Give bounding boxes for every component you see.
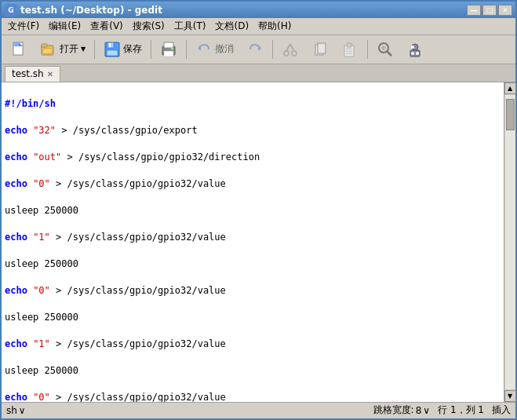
insert-mode: 插入	[492, 404, 511, 417]
language-dropdown-icon[interactable]: ∨	[19, 405, 26, 416]
open-label: 打开	[60, 42, 78, 56]
tab-close-button[interactable]: ✕	[47, 70, 53, 79]
print-icon	[160, 41, 177, 58]
svg-line-17	[290, 44, 294, 51]
open-icon	[40, 41, 57, 58]
tab-filename: test.sh	[12, 68, 44, 79]
paste-icon	[341, 41, 359, 58]
tools-icon	[406, 41, 424, 58]
find-icon	[377, 41, 394, 58]
code-line-1: #!/bin/sh	[5, 97, 501, 111]
svg-rect-11	[171, 48, 173, 49]
vertical-scrollbar[interactable]: ▲ ▼	[504, 82, 515, 402]
new-button[interactable]	[5, 38, 33, 61]
svg-point-15	[292, 51, 297, 56]
scroll-down-button[interactable]: ▼	[504, 390, 516, 402]
editor-area: #!/bin/sh echo "32" > /sys/class/gpio/ex…	[2, 82, 515, 402]
window-frame: G test.sh (~/Desktop) - gedit — □ ✕ 文件(F…	[0, 0, 517, 420]
code-line-3: echo "out" > /sys/class/gpio/gpio32/dire…	[5, 151, 501, 164]
new-icon	[10, 41, 27, 58]
copy-button[interactable]	[306, 38, 334, 61]
scroll-thumb[interactable]	[506, 99, 515, 130]
save-label: 保存	[123, 42, 142, 56]
toolbar-sep-3	[186, 40, 187, 59]
svg-rect-10	[164, 51, 173, 57]
title-bar: G test.sh (~/Desktop) - gedit — □ ✕	[2, 2, 515, 18]
code-line-12: echo "0" > /sys/class/gpio/gpio32/value	[5, 391, 501, 402]
maximize-button[interactable]: □	[482, 5, 497, 16]
svg-rect-6	[107, 50, 118, 56]
svg-point-30	[411, 46, 414, 49]
find-button[interactable]	[371, 38, 399, 61]
menu-file[interactable]: 文件(F)	[3, 18, 44, 35]
app-icon: G	[5, 4, 17, 16]
svg-point-33	[416, 52, 419, 55]
menu-search[interactable]: 搜索(S)	[128, 18, 169, 35]
menu-tools[interactable]: 工具(T)	[169, 18, 211, 35]
undo-icon	[195, 41, 213, 58]
code-editor[interactable]: #!/bin/sh echo "32" > /sys/class/gpio/ex…	[2, 82, 504, 402]
redo-icon	[246, 41, 264, 58]
window-title: test.sh (~/Desktop) - gedit	[20, 5, 162, 16]
menu-bar: 文件(F) 编辑(E) 查看(V) 搜索(S) 工具(T) 文档(D) 帮助(H…	[2, 18, 515, 35]
code-line-11: usleep 250000	[5, 364, 501, 378]
svg-line-26	[387, 51, 391, 56]
scroll-track[interactable]	[505, 95, 515, 389]
redo-button[interactable]	[241, 38, 269, 61]
language-selector[interactable]: sh ∨	[6, 405, 26, 416]
menu-view[interactable]: 查看(V)	[86, 18, 128, 35]
status-bar: sh ∨ 跳格宽度: 8 ∨ 行 1，列 1 插入	[2, 402, 515, 418]
code-line-10: echo "1" > /sys/class/gpio/gpio32/value	[5, 338, 501, 351]
code-line-7: usleep 250000	[5, 257, 501, 271]
svg-rect-1	[13, 42, 19, 46]
toolbar-sep-1	[94, 40, 95, 59]
svg-point-14	[284, 51, 289, 56]
svg-point-32	[411, 52, 414, 55]
close-button[interactable]: ✕	[498, 5, 512, 16]
svg-rect-21	[347, 43, 351, 47]
toolbar-sep-4	[272, 40, 273, 59]
language-label: sh	[6, 405, 17, 416]
window-controls[interactable]: — □ ✕	[467, 5, 512, 16]
menu-documents[interactable]: 文档(D)	[210, 18, 253, 35]
menu-help[interactable]: 帮助(H)	[253, 18, 296, 35]
open-button[interactable]: 打开 ▼	[35, 38, 91, 61]
toolbar-sep-2	[151, 40, 151, 59]
menu-edit[interactable]: 编辑(E)	[44, 18, 86, 35]
svg-rect-7	[109, 43, 111, 47]
title-bar-left: G test.sh (~/Desktop) - gedit	[5, 4, 162, 16]
print-button[interactable]	[155, 38, 183, 61]
undo-button[interactable]: 撤消	[190, 38, 239, 61]
code-line-6: echo "1" > /sys/class/gpio/gpio32/value	[5, 231, 501, 244]
svg-line-16	[286, 44, 290, 51]
cut-button[interactable]	[276, 38, 304, 61]
tab-width-value: 8	[416, 405, 422, 416]
code-line-8: echo "0" > /sys/class/gpio/gpio32/value	[5, 284, 501, 298]
status-right: 跳格宽度: 8 ∨ 行 1，列 1 插入	[373, 404, 511, 417]
minimize-button[interactable]: —	[467, 5, 481, 16]
svg-rect-9	[164, 42, 173, 48]
toolbar-sep-5	[367, 40, 368, 59]
tab-width-label: 跳格宽度:	[373, 404, 414, 417]
open-dropdown-icon[interactable]: ▼	[81, 46, 86, 53]
save-icon	[104, 41, 121, 58]
toolbar: 打开 ▼ 保存	[2, 35, 515, 64]
copy-icon	[311, 41, 329, 58]
svg-rect-3	[42, 44, 47, 47]
paste-button[interactable]	[336, 38, 364, 61]
tab-width-selector[interactable]: 跳格宽度: 8 ∨	[373, 404, 430, 417]
code-line-2: echo "32" > /sys/class/gpio/export	[5, 124, 501, 137]
undo-label: 撤消	[215, 42, 234, 56]
tab-test-sh[interactable]: test.sh ✕	[5, 66, 60, 82]
code-line-5: usleep 250000	[5, 204, 501, 217]
code-line-9: usleep 250000	[5, 311, 501, 324]
save-button[interactable]: 保存	[98, 38, 147, 61]
status-left: sh ∨	[6, 405, 26, 416]
scroll-up-button[interactable]: ▲	[504, 82, 516, 94]
tab-bar: test.sh ✕	[2, 64, 515, 82]
cursor-position: 行 1，列 1	[438, 404, 484, 417]
svg-rect-19	[318, 43, 326, 53]
tools-button[interactable]	[401, 38, 429, 61]
cut-icon	[282, 41, 299, 58]
tab-width-dropdown-icon[interactable]: ∨	[423, 405, 430, 416]
